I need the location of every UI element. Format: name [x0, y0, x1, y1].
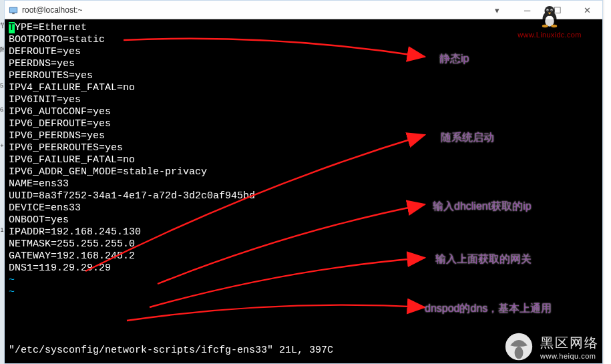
annotation-label: 随系统启动: [441, 131, 494, 145]
annotation-label: 输入dhclient获取的ip: [433, 200, 532, 214]
svg-rect-1: [10, 7, 17, 12]
penguin-icon: [540, 4, 560, 28]
watermark-text: www.Linuxidc.com: [510, 31, 590, 39]
svg-point-9: [548, 10, 549, 11]
watermark-linuxidc: www.Linuxidc.com: [510, 4, 590, 39]
mushroom-icon: [504, 332, 534, 361]
annotation-label: dnspod的dns，基本上通用: [425, 302, 552, 316]
watermark-heiqu: 黑区网络 www.heiqu.com: [504, 332, 599, 361]
putty-icon: [9, 5, 18, 15]
page-right-margin: [604, 0, 611, 364]
svg-point-12: [542, 25, 548, 28]
svg-point-15: [515, 347, 524, 359]
window-dropdown-button[interactable]: ▾: [482, 1, 512, 19]
svg-point-10: [551, 10, 552, 11]
window-title: root@localhost:~: [22, 5, 83, 15]
svg-rect-2: [12, 13, 15, 14]
annotation-label: 静态ip: [439, 52, 469, 66]
vim-status-line: "/etc/sysconfig/network-scripts/ifcfg-en…: [9, 345, 333, 357]
watermark-heiqu-url: www.heiqu.com: [540, 352, 599, 360]
watermark-heiqu-title: 黑区网络: [540, 334, 599, 352]
annotation-label: 输入上面获取的网关: [435, 252, 532, 266]
svg-point-13: [551, 25, 557, 28]
